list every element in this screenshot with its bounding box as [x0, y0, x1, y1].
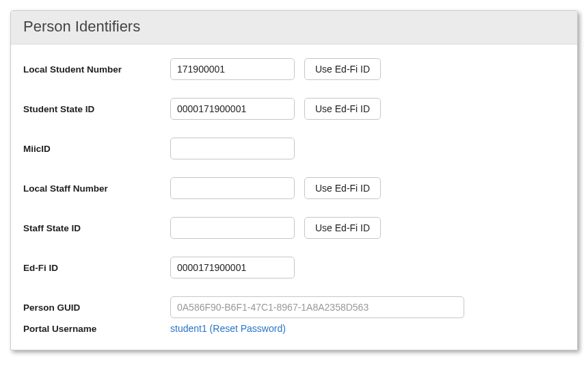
label-person-guid: Person GUID [23, 302, 170, 313]
use-edfi-button-staff-state-id[interactable]: Use Ed-Fi ID [304, 217, 381, 239]
label-edfi-id: Ed-Fi ID [23, 263, 170, 273]
panel-header: Person Identifiers [11, 11, 577, 44]
row-person-guid: Person GUID [23, 296, 565, 318]
row-miic-id: MiicID [23, 138, 565, 159]
paren-close: ) [282, 323, 286, 334]
panel-body: Local Student Number Use Ed-Fi ID Studen… [11, 44, 577, 350]
input-edfi-id[interactable] [170, 257, 295, 279]
row-edfi-id: Ed-Fi ID [23, 257, 565, 279]
portal-username-link[interactable]: student1 [170, 323, 207, 334]
input-student-state-id[interactable] [170, 98, 295, 120]
label-staff-state-id: Staff State ID [23, 223, 170, 233]
label-local-staff-number: Local Staff Number [23, 183, 170, 194]
reset-password-link[interactable]: Reset Password [213, 323, 282, 334]
use-edfi-button-local-staff-number[interactable]: Use Ed-Fi ID [304, 177, 381, 199]
label-student-state-id: Student State ID [23, 104, 170, 114]
label-miic-id: MiicID [23, 144, 170, 154]
use-edfi-button-local-student-number[interactable]: Use Ed-Fi ID [304, 58, 381, 80]
person-identifiers-panel: Person Identifiers Local Student Number … [10, 10, 578, 350]
row-staff-state-id: Staff State ID Use Ed-Fi ID [23, 217, 565, 239]
row-local-staff-number: Local Staff Number Use Ed-Fi ID [23, 177, 565, 199]
row-local-student-number: Local Student Number Use Ed-Fi ID [23, 58, 565, 80]
input-local-staff-number[interactable] [170, 177, 295, 199]
label-portal-username: Portal Username [23, 324, 170, 334]
panel-title: Person Identifiers [23, 18, 565, 36]
input-person-guid [170, 296, 464, 318]
row-portal-username: Portal Username student1 (Reset Password… [23, 322, 565, 335]
input-local-student-number[interactable] [170, 58, 295, 80]
use-edfi-button-student-state-id[interactable]: Use Ed-Fi ID [304, 98, 381, 120]
input-staff-state-id[interactable] [170, 217, 295, 239]
portal-username-container: student1 (Reset Password) [170, 322, 286, 335]
label-local-student-number: Local Student Number [23, 64, 170, 75]
input-miic-id[interactable] [170, 138, 295, 159]
paren-open: ( [207, 323, 213, 334]
row-student-state-id: Student State ID Use Ed-Fi ID [23, 98, 565, 120]
